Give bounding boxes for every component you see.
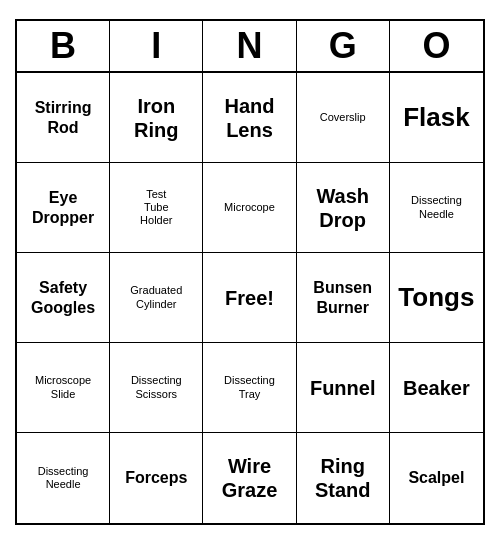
cell-text-22: WireGraze [222, 454, 278, 502]
bingo-cell-10: SafetyGoogles [17, 253, 110, 343]
bingo-cell-11: GraduatedCylinder [110, 253, 203, 343]
cell-text-21: Forceps [125, 468, 187, 487]
bingo-cell-6: TestTubeHolder [110, 163, 203, 253]
bingo-header: BINGO [17, 21, 483, 73]
cell-text-12: Free! [225, 286, 274, 310]
bingo-cell-18: Funnel [297, 343, 390, 433]
bingo-cell-14: Tongs [390, 253, 483, 343]
cell-text-14: Tongs [398, 282, 474, 313]
header-letter-n: N [203, 21, 296, 71]
bingo-cell-13: BunsenBurner [297, 253, 390, 343]
cell-text-9: DissectingNeedle [411, 194, 462, 220]
header-letter-i: I [110, 21, 203, 71]
cell-text-2: HandLens [224, 94, 274, 142]
bingo-cell-12: Free! [203, 253, 296, 343]
bingo-cell-16: DissectingScissors [110, 343, 203, 433]
cell-text-15: MicroscopeSlide [35, 374, 91, 400]
cell-text-10: SafetyGoogles [31, 278, 95, 316]
cell-text-0: StirringRod [35, 98, 92, 136]
header-letter-b: B [17, 21, 110, 71]
cell-text-24: Scalpel [408, 468, 464, 487]
cell-text-5: EyeDropper [32, 188, 94, 226]
bingo-cell-21: Forceps [110, 433, 203, 523]
bingo-card: BINGO StirringRodIronRingHandLensCoversl… [15, 19, 485, 525]
bingo-cell-2: HandLens [203, 73, 296, 163]
bingo-cell-5: EyeDropper [17, 163, 110, 253]
bingo-cell-23: RingStand [297, 433, 390, 523]
cell-text-20: DissectingNeedle [38, 465, 89, 491]
cell-text-16: DissectingScissors [131, 374, 182, 400]
bingo-cell-3: Coverslip [297, 73, 390, 163]
cell-text-13: BunsenBurner [313, 278, 372, 316]
cell-text-3: Coverslip [320, 111, 366, 124]
cell-text-23: RingStand [315, 454, 371, 502]
cell-text-11: GraduatedCylinder [130, 284, 182, 310]
bingo-cell-0: StirringRod [17, 73, 110, 163]
cell-text-4: Flask [403, 102, 470, 133]
bingo-cell-1: IronRing [110, 73, 203, 163]
header-letter-o: O [390, 21, 483, 71]
bingo-cell-8: WashDrop [297, 163, 390, 253]
header-letter-g: G [297, 21, 390, 71]
bingo-cell-22: WireGraze [203, 433, 296, 523]
bingo-cell-15: MicroscopeSlide [17, 343, 110, 433]
bingo-grid: StirringRodIronRingHandLensCoverslipFlas… [17, 73, 483, 523]
bingo-cell-19: Beaker [390, 343, 483, 433]
cell-text-6: TestTubeHolder [140, 188, 172, 228]
cell-text-18: Funnel [310, 376, 376, 400]
bingo-cell-4: Flask [390, 73, 483, 163]
cell-text-8: WashDrop [316, 184, 369, 232]
bingo-cell-9: DissectingNeedle [390, 163, 483, 253]
cell-text-7: Microcope [224, 201, 275, 214]
bingo-cell-20: DissectingNeedle [17, 433, 110, 523]
cell-text-1: IronRing [134, 94, 178, 142]
cell-text-19: Beaker [403, 376, 470, 400]
cell-text-17: DissectingTray [224, 374, 275, 400]
bingo-cell-7: Microcope [203, 163, 296, 253]
bingo-cell-24: Scalpel [390, 433, 483, 523]
bingo-cell-17: DissectingTray [203, 343, 296, 433]
